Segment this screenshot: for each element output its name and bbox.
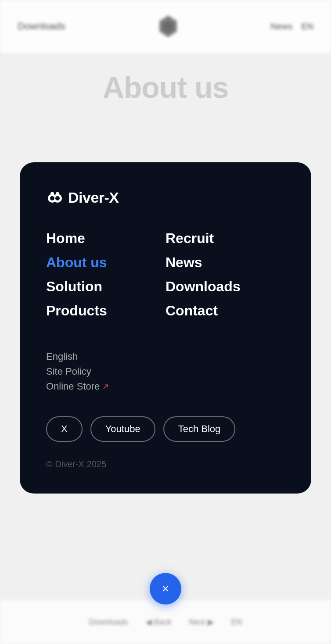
x-button[interactable]: X <box>46 416 83 442</box>
language-selector[interactable]: English <box>46 351 285 362</box>
nav-item-downloads[interactable]: Downloads <box>166 279 285 295</box>
logo-icon <box>157 13 179 39</box>
page-title-area: About us <box>0 70 331 104</box>
utility-links: English Site Policy Online Store ↗ <box>46 351 285 392</box>
nav-item-recruit[interactable]: Recruit <box>166 230 285 247</box>
site-policy-link[interactable]: Site Policy <box>46 366 285 377</box>
nav-item-contact[interactable]: Contact <box>166 303 285 319</box>
header-right: News EN <box>270 21 313 32</box>
header-logo <box>157 13 179 39</box>
close-fab-button[interactable]: × <box>150 573 181 605</box>
header-news-label: News <box>270 21 292 32</box>
brand-logo: Diver-X <box>46 189 285 206</box>
nav-item-home[interactable]: Home <box>46 230 166 247</box>
bottom-footer: Downloads ◀ Back Next ▶ EN <box>0 600 331 644</box>
svg-point-0 <box>165 24 171 30</box>
online-store-link[interactable]: Online Store ↗ <box>46 381 285 392</box>
social-buttons: X Youtube Tech Blog <box>46 416 285 442</box>
brand-logo-icon <box>46 189 64 206</box>
external-link-icon: ↗ <box>102 382 109 391</box>
header-nav-label: Downloads <box>18 21 65 32</box>
close-icon: × <box>162 583 169 595</box>
tech-blog-button[interactable]: Tech Blog <box>163 416 236 442</box>
online-store-label: Online Store <box>46 381 100 392</box>
page-title: About us <box>0 70 331 104</box>
top-header: Downloads News EN <box>0 0 331 53</box>
bottom-item-4: EN <box>231 618 242 627</box>
header-lang-label: EN <box>301 21 313 32</box>
copyright: © Diver-X 2025 <box>46 459 285 469</box>
nav-column-right: Recruit News Downloads Contact <box>166 230 285 327</box>
nav-item-products[interactable]: Products <box>46 303 166 319</box>
svg-point-4 <box>55 196 60 200</box>
svg-point-3 <box>50 196 54 200</box>
nav-item-news[interactable]: News <box>166 254 285 271</box>
nav-item-about[interactable]: About us <box>46 254 166 271</box>
brand-name: Diver-X <box>68 189 119 206</box>
svg-rect-5 <box>50 192 54 195</box>
site-policy-label: Site Policy <box>46 366 91 377</box>
youtube-button[interactable]: Youtube <box>90 416 155 442</box>
bottom-item-2: ◀ Back <box>146 617 172 627</box>
svg-rect-6 <box>56 192 59 195</box>
bottom-item-1: Downloads <box>89 618 128 627</box>
nav-item-solution[interactable]: Solution <box>46 279 166 295</box>
nav-grid: Home About us Solution Products Recruit … <box>46 230 285 327</box>
footer-card: Diver-X Home About us Solution Products … <box>20 162 311 494</box>
bottom-item-3: Next ▶ <box>189 617 214 627</box>
language-label: English <box>46 351 78 362</box>
nav-column-left: Home About us Solution Products <box>46 230 166 327</box>
